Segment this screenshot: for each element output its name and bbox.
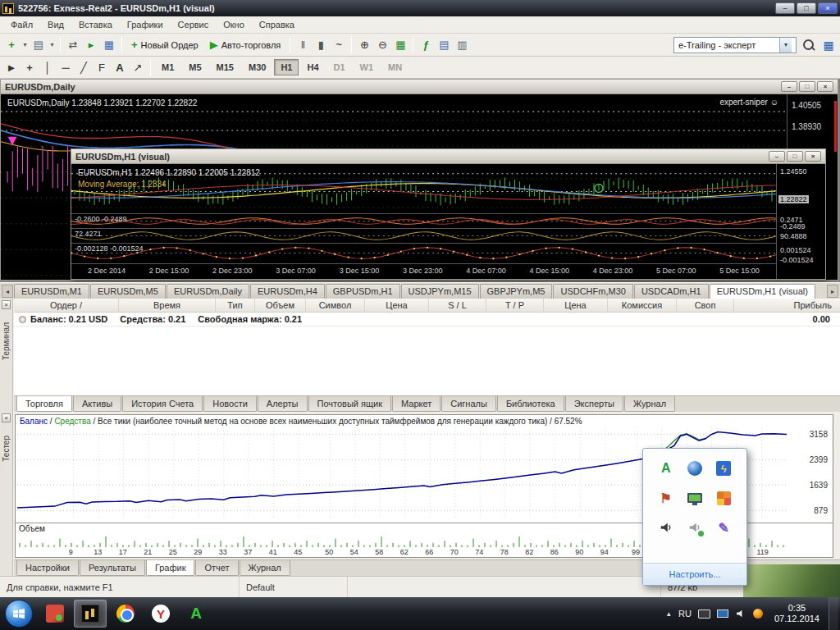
h1-close-button[interactable]: × [805, 151, 821, 162]
h1-indicator-3[interactable]: -0.002128 -0.001524 [71, 244, 776, 264]
daily-minimize-button[interactable]: – [781, 81, 797, 92]
terminal-tab[interactable]: Маркет [392, 396, 441, 412]
crosshair-tool[interactable]: + [21, 59, 39, 76]
new-chart-icon[interactable]: + [2, 36, 21, 53]
zoom-out-icon[interactable]: ⊖ [373, 36, 391, 53]
auto-trading-button[interactable]: ▶Авто-торговля [204, 36, 287, 53]
window-close-button[interactable]: × [818, 2, 838, 14]
terminal-column-header[interactable]: T / P [486, 299, 544, 312]
network-icon[interactable] [717, 609, 728, 618]
balance-row[interactable]: Баланс: 0.21 USD Средства: 0.21 Свободна… [14, 313, 840, 326]
bars-style-icon[interactable]: ‖ [294, 36, 312, 53]
auto-scroll-icon[interactable]: ▸ [82, 36, 100, 53]
start-button[interactable] [5, 600, 33, 628]
chart-shift-icon[interactable]: ⇄ [64, 36, 82, 53]
h1-indicator-1[interactable]: -0.2600 -0.2489 [71, 214, 776, 229]
taskbar-app-dem[interactable] [39, 600, 71, 628]
status-profile[interactable]: Default [240, 577, 348, 597]
chart-tab[interactable]: EURUSDm,H1 (visual) [710, 284, 815, 299]
chart-tab[interactable]: USDCHFm,M30 [553, 284, 632, 299]
terminal-column-header[interactable]: Прибыль [734, 299, 840, 312]
terminal-column-header[interactable]: Цена [365, 299, 429, 312]
templates-icon[interactable]: ▥ [453, 36, 471, 53]
chart-tab[interactable]: EURUSDm,Daily [167, 284, 249, 299]
menu-item-7[interactable]: Справка [252, 17, 302, 32]
terminal-tab[interactable]: Сигналы [441, 396, 496, 412]
terminal-close-icon[interactable]: × [2, 300, 11, 309]
mosaic-icon[interactable] [714, 488, 733, 508]
terminal-tab[interactable]: История Счета [122, 396, 203, 412]
line-style-icon[interactable]: ~ [330, 36, 348, 53]
cursor-tool[interactable]: ► [2, 59, 21, 76]
chart-tab[interactable]: USDJPYm,M15 [401, 284, 479, 299]
menu-item-5[interactable]: Сервис [171, 17, 217, 32]
terminal-tab[interactable]: Активы [73, 396, 121, 412]
timeframe-mn[interactable]: MN [381, 59, 409, 75]
terminal-column-header[interactable]: Символ [306, 299, 365, 312]
timeframe-m5[interactable]: M5 [182, 59, 208, 75]
daily-close-button[interactable]: × [817, 81, 833, 92]
menu-item-6[interactable]: Окно [216, 17, 252, 32]
menu-item-4[interactable]: Графики [120, 17, 171, 32]
speaker-muted-icon[interactable] [685, 518, 705, 537]
expert-combo[interactable]: e-Trailing - эксперт ▾ [673, 37, 797, 53]
terminal-tab[interactable]: Новости [203, 396, 257, 412]
trendline-tool[interactable]: ╱ [75, 59, 93, 76]
timeframe-h1[interactable]: H1 [274, 59, 299, 75]
timeframe-h4[interactable]: H4 [300, 59, 325, 75]
chart-tab[interactable]: EURUSDm,M5 [90, 284, 166, 299]
fibonacci-tool[interactable]: F [93, 59, 111, 76]
terminal-column-header[interactable]: Время [119, 299, 216, 312]
terminal-column-header[interactable]: Тип [216, 299, 255, 312]
h1-main-chart[interactable]: EURUSDm,H1 1.22496 1.22890 1.22005 1.228… [71, 164, 776, 214]
terminal-tab[interactable]: Почтовый ящик [308, 396, 391, 412]
zoom-in-icon[interactable]: ⊕ [355, 36, 373, 53]
tester-tab[interactable]: Отчет [195, 560, 238, 576]
profiles-dropdown[interactable]: ▾ [48, 36, 57, 53]
chart-tabs-scroll-right[interactable]: ▸ [827, 285, 838, 298]
terminal-tab[interactable]: Журнал [624, 396, 675, 412]
speaker-icon[interactable] [656, 518, 676, 537]
timeframe-m1[interactable]: M1 [155, 59, 180, 75]
vertical-line-tool[interactable]: │ [39, 59, 57, 76]
terminal-tab[interactable]: Библиотека [497, 396, 564, 412]
update-icon[interactable] [753, 609, 763, 619]
tester-tab[interactable]: Результаты [80, 560, 145, 576]
tester-tab[interactable]: Журнал [240, 560, 290, 576]
tester-close-icon[interactable]: × [2, 413, 11, 422]
daily-restore-button[interactable]: □ [799, 81, 815, 92]
menu-item-2[interactable]: Вид [40, 17, 71, 32]
timeframe-d1[interactable]: D1 [327, 59, 352, 75]
profiles-icon[interactable]: ▤ [30, 36, 48, 53]
text-tool[interactable]: A [111, 59, 129, 76]
lightning-icon[interactable]: ϟ [714, 459, 733, 478]
periods-icon[interactable]: ▤ [435, 36, 453, 53]
timeframe-m15[interactable]: M15 [210, 59, 240, 75]
tray-expand-icon[interactable]: ▲ [665, 610, 672, 618]
terminal-column-header[interactable]: S / L [429, 299, 486, 312]
terminal-column-header[interactable]: Ордер / [14, 299, 119, 312]
taskbar-app-mt4[interactable] [74, 600, 107, 628]
chart-tab[interactable]: EURUSDm,M1 [14, 284, 89, 299]
chart-tab[interactable]: EURUSDm,H4 [250, 284, 325, 299]
keyboard-icon[interactable] [698, 609, 710, 619]
flag-icon[interactable]: ⚑ [656, 488, 676, 508]
taskbar-app-yandex[interactable]: Y [144, 600, 177, 628]
indicators-icon[interactable]: ƒ [417, 36, 435, 53]
terminal-tab[interactable]: Торговля [16, 396, 72, 412]
chart-tabs-scroll-left[interactable]: ◂ [2, 285, 13, 298]
terminal-tab[interactable]: Эксперты [565, 396, 623, 412]
tester-tab[interactable]: График [146, 560, 195, 576]
tile-windows-icon[interactable]: ▦ [391, 36, 409, 53]
taskbar-app-chrome[interactable] [109, 600, 142, 628]
menu-item-1[interactable]: Файл [3, 17, 40, 32]
terminal-column-header[interactable]: Цена [544, 299, 608, 312]
keyboard-layout-indicator[interactable]: RU [678, 609, 692, 619]
clock[interactable]: 0:35 07.12.2014 [769, 603, 824, 624]
chart-tab[interactable]: GBPJPYm,M5 [480, 284, 553, 299]
arrows-tool[interactable]: ↗ [129, 59, 147, 76]
h1-restore-button[interactable]: □ [787, 151, 803, 162]
h1-minimize-button[interactable]: – [769, 151, 785, 162]
new-chart-dropdown[interactable]: ▾ [21, 36, 30, 53]
timeframe-m30[interactable]: M30 [242, 59, 272, 75]
